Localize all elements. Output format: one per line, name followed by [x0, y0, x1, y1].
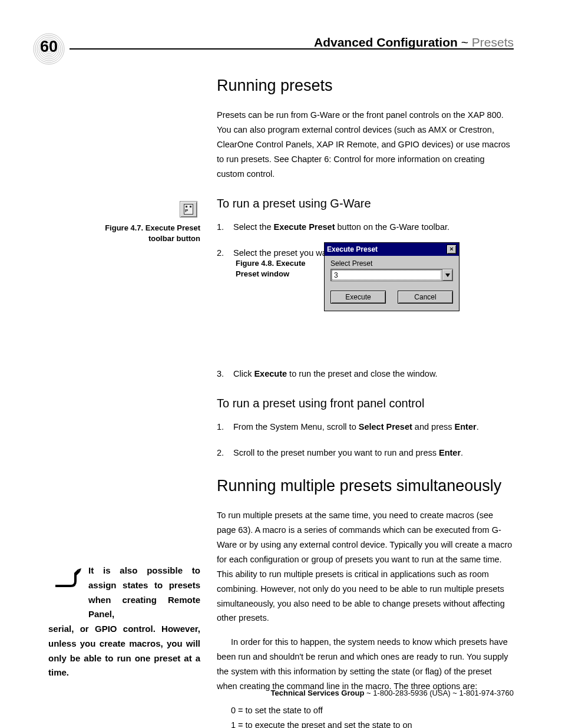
- subheading-gware: To run a preset using G-Ware: [217, 197, 514, 210]
- header-light: Presets: [472, 35, 514, 49]
- step-b2: Scroll to the preset number you want to …: [217, 446, 514, 460]
- footer-bold: Technical Services Group: [271, 689, 365, 697]
- chevron-down-icon: [445, 274, 450, 277]
- dropdown-button[interactable]: [442, 269, 452, 281]
- header-sep: ~: [458, 35, 472, 49]
- step-b1: From the System Menu, scroll to Select P…: [217, 420, 514, 434]
- execute-button[interactable]: Execute: [330, 291, 386, 304]
- execute-preset-icon: P: [184, 204, 193, 215]
- close-button[interactable]: ×: [447, 245, 457, 254]
- page-number-ornament: 60: [32, 32, 65, 65]
- header-bold: Advanced Configuration: [314, 35, 458, 49]
- side-note: It is also possible to assign states to …: [48, 564, 200, 680]
- state-1: 1 = to execute the preset and set the st…: [231, 718, 514, 728]
- step-a1: Select the Execute Preset button on the …: [217, 220, 514, 235]
- heading-running-multiple: Running multiple presets simultaneously: [217, 477, 514, 495]
- window-titlebar: Execute Preset ×: [325, 243, 459, 256]
- intro-paragraph: Presets can be run from G-Ware or the fr…: [217, 108, 514, 182]
- para-multi-2: In order for this to happen, the system …: [217, 635, 514, 694]
- cancel-button[interactable]: Cancel: [398, 291, 453, 304]
- select-preset-label: Select Preset: [330, 259, 453, 268]
- header-section-label: Advanced Configuration ~ Presets: [314, 35, 514, 50]
- side-note-rest: serial, or GPIO control. However, unless…: [48, 624, 200, 677]
- page-number: 60: [32, 38, 65, 56]
- window-title: Execute Preset: [327, 245, 378, 253]
- heading-running-presets: Running presets: [217, 77, 514, 95]
- preset-input[interactable]: [332, 270, 441, 280]
- close-icon: ×: [449, 245, 453, 252]
- state-options-list: 0 = to set the state to off 1 = to execu…: [231, 703, 514, 728]
- state-0: 0 = to set the state to off: [231, 703, 514, 718]
- step-a3: Click Execute to run the preset and clos…: [217, 367, 514, 381]
- execute-preset-toolbar-button[interactable]: P: [180, 201, 197, 218]
- figure-4-8-caption: Figure 4.8. Execute Preset window: [236, 258, 306, 279]
- figure-4-7-caption: Figure 4.7. Execute Preset toolbar butto…: [100, 223, 200, 244]
- subheading-frontpanel: To run a preset using front panel contro…: [217, 397, 514, 410]
- preset-combobox[interactable]: [330, 269, 453, 281]
- side-note-first: It is also possible to assign states to …: [48, 564, 200, 622]
- footer-rest: ~ 1-800-283-5936 (USA) ~ 1-801-974-3760: [364, 689, 514, 697]
- page-footer: Technical Services Group ~ 1-800-283-593…: [0, 689, 514, 697]
- para-multi-1: To run multiple presets at the same time…: [217, 508, 514, 626]
- execute-preset-window: Execute Preset × Select Preset Execute C…: [324, 242, 459, 311]
- svg-marker-8: [445, 274, 450, 277]
